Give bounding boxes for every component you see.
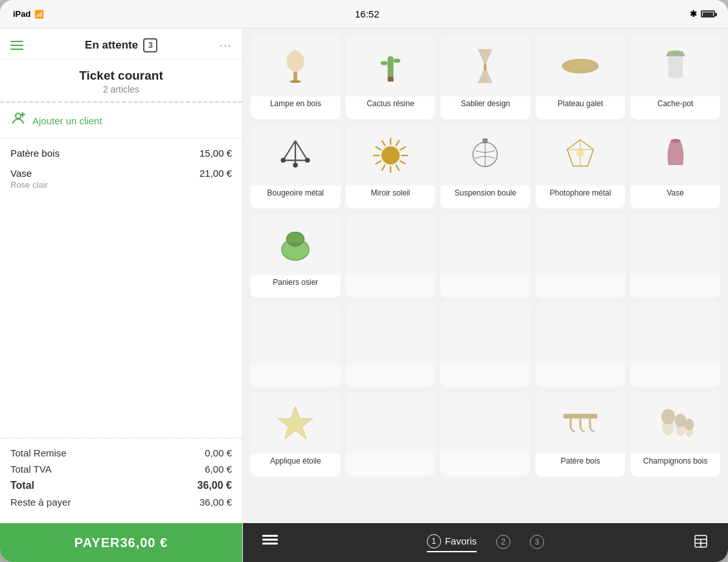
product-image xyxy=(440,35,530,96)
products-grid: Lampe en boisCactus résineSablier design… xyxy=(243,28,728,523)
svg-point-42 xyxy=(670,139,680,142)
product-image-empty xyxy=(630,303,720,365)
product-card[interactable] xyxy=(251,303,341,387)
device-frame: iPad 📶 16:52 ✱ En attente 3 · xyxy=(0,0,728,562)
total-tva-row: Total TVA 6,00 € xyxy=(10,464,232,475)
pay-button[interactable]: PAYER 36,00 € xyxy=(0,523,242,562)
svg-line-30 xyxy=(375,146,381,150)
header-title-area: En attente 3 xyxy=(32,38,210,52)
add-client-button[interactable]: Ajouter un client xyxy=(0,103,242,139)
status-bar: iPad 📶 16:52 ✱ xyxy=(0,0,728,28)
svg-rect-8 xyxy=(393,58,400,62)
left-header: En attente 3 ··· xyxy=(0,28,242,60)
more-menu-button[interactable]: ··· xyxy=(219,38,232,52)
tab-3[interactable]: 3 xyxy=(530,535,544,552)
product-card[interactable] xyxy=(440,392,530,477)
product-image-empty xyxy=(440,214,530,275)
product-card[interactable]: Miroir soleil xyxy=(346,124,436,208)
tab-favoris[interactable]: 1 Favoris xyxy=(427,534,477,552)
reste-label: Reste à payer xyxy=(10,497,71,508)
product-name: Cactus résine xyxy=(363,96,418,109)
item-name-2: Vase xyxy=(10,168,48,179)
product-card[interactable] xyxy=(346,214,436,298)
product-card[interactable] xyxy=(536,214,626,298)
product-card[interactable]: Sablier design xyxy=(440,35,530,119)
item-name-1: Patère bois xyxy=(10,148,60,159)
add-client-icon xyxy=(10,111,26,130)
product-card[interactable] xyxy=(346,392,436,477)
product-image xyxy=(536,124,626,186)
product-card[interactable] xyxy=(440,214,530,298)
hamburger-menu[interactable] xyxy=(10,41,23,50)
product-card[interactable]: Lampe en bois xyxy=(251,35,341,119)
total-tva-label: Total TVA xyxy=(10,464,52,475)
product-image-empty xyxy=(536,303,626,365)
list-view-button[interactable] xyxy=(262,535,278,551)
tab-circle-3: 3 xyxy=(530,535,544,549)
svg-rect-9 xyxy=(387,76,393,82)
svg-point-22 xyxy=(381,146,399,164)
svg-marker-45 xyxy=(278,406,313,438)
tab-2[interactable]: 2 xyxy=(496,535,510,552)
reste-row: Reste à payer 36,00 € xyxy=(10,497,232,508)
product-card[interactable]: Bougeoire métal xyxy=(251,124,341,208)
svg-line-25 xyxy=(396,164,399,170)
product-card[interactable]: Cactus résine xyxy=(346,35,436,119)
product-card[interactable]: Applique étoile xyxy=(251,392,341,477)
svg-line-34 xyxy=(400,146,405,150)
svg-rect-57 xyxy=(262,539,278,541)
product-card[interactable]: Champignons bois xyxy=(630,392,720,477)
total-remise-value: 0,00 € xyxy=(205,447,232,458)
product-card[interactable] xyxy=(536,303,626,387)
product-image xyxy=(251,124,341,186)
product-name: Applique étoile xyxy=(266,454,325,467)
svg-line-33 xyxy=(396,140,399,146)
ticket-title: Ticket courant xyxy=(10,69,232,83)
product-image-empty xyxy=(251,303,341,365)
total-row-bold: Total 36,00 € xyxy=(10,480,232,491)
totals-section: Total Remise 0,00 € Total TVA 6,00 € Tot… xyxy=(0,447,242,523)
pay-label: PAYER xyxy=(74,535,120,550)
battery-icon xyxy=(701,10,715,17)
item-row-2: Vase Rose clair 21,00 € xyxy=(10,168,232,190)
product-name: Photophore métal xyxy=(546,186,615,199)
product-card[interactable]: Plateau galet xyxy=(536,35,626,119)
product-card[interactable] xyxy=(440,303,530,387)
ticket-subtitle: 2 articles xyxy=(10,84,232,95)
product-image xyxy=(630,124,720,186)
product-name: Champignons bois xyxy=(639,454,711,467)
svg-point-41 xyxy=(576,149,584,157)
svg-rect-58 xyxy=(262,543,278,545)
wifi-icon: 📶 xyxy=(34,10,44,19)
svg-rect-46 xyxy=(563,414,598,419)
product-card[interactable] xyxy=(346,303,436,387)
product-image xyxy=(346,35,436,96)
total-remise-row: Total Remise 0,00 € xyxy=(10,447,232,458)
product-image-empty xyxy=(440,392,530,454)
product-card[interactable] xyxy=(630,214,720,298)
product-card[interactable]: Vase xyxy=(630,124,720,208)
status-bar-left: iPad 📶 xyxy=(13,9,44,19)
left-panel: En attente 3 ··· Ticket courant 2 articl… xyxy=(0,28,243,562)
product-card[interactable]: Photophore métal xyxy=(536,124,626,208)
product-card[interactable]: Paniers osier xyxy=(251,214,341,298)
product-card[interactable]: Suspension boule xyxy=(440,124,530,208)
svg-rect-56 xyxy=(262,535,278,537)
item-price-2: 21,00 € xyxy=(199,168,232,179)
calculator-button[interactable] xyxy=(693,534,709,552)
product-name: Paniers osier xyxy=(269,275,322,288)
svg-line-24 xyxy=(400,161,405,164)
reste-value: 36,00 € xyxy=(199,497,232,508)
product-card[interactable]: Patère bois xyxy=(536,392,626,477)
product-image xyxy=(536,392,626,454)
product-image xyxy=(251,214,341,275)
svg-point-0 xyxy=(16,113,21,118)
product-image xyxy=(536,35,626,96)
total-remise-label: Total Remise xyxy=(10,447,67,458)
device-label: iPad xyxy=(13,9,30,19)
product-card[interactable] xyxy=(630,303,720,387)
product-card[interactable]: Cache-pot xyxy=(630,35,720,119)
status-bar-right: ✱ xyxy=(690,9,715,19)
product-name: Sablier design xyxy=(457,96,514,109)
bottom-tabs: 1 Favoris 2 3 xyxy=(243,523,728,562)
